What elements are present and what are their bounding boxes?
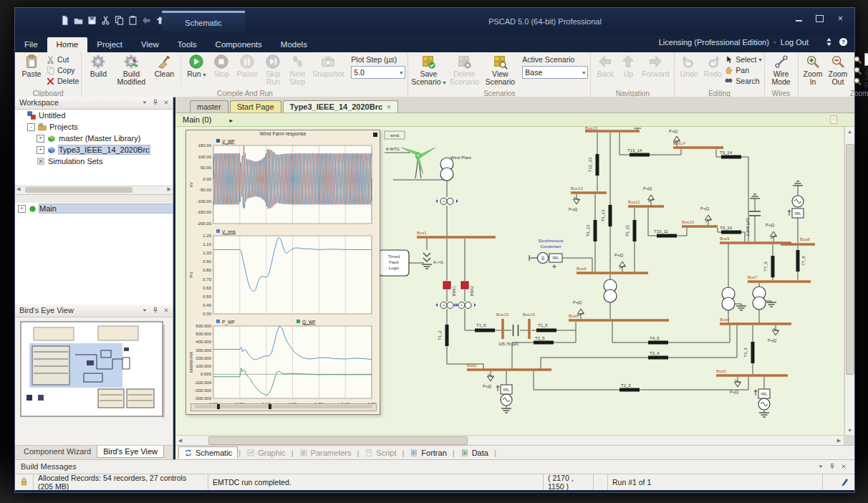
tree-hscroll-thumb[interactable] [25, 187, 132, 193]
tree-item-label[interactable]: Simulation Sets [48, 157, 102, 166]
zoom-out-button[interactable]: ZoomOut [825, 53, 850, 86]
tree-item-label[interactable]: master (Master Library) [59, 134, 140, 143]
new-button[interactable] [59, 15, 70, 29]
synchronous-condenser[interactable]: S RRL [529, 253, 562, 269]
cut-qat-button[interactable] [100, 15, 111, 29]
scroll-right-icon[interactable]: ▶ [834, 436, 844, 445]
fault-element[interactable] [423, 253, 430, 262]
transformer[interactable] [604, 279, 617, 302]
scroll-right-icon[interactable]: ▶ [168, 186, 171, 192]
build-messages-buttons[interactable] [817, 463, 847, 471]
view-tab-schematic[interactable]: Schematic [178, 446, 238, 459]
workspace-panel-buttons[interactable] [141, 99, 170, 107]
bus-Bus16[interactable]: Bus16 [523, 312, 536, 339]
menu-tab-file[interactable]: File [15, 37, 47, 52]
sheet-icon[interactable] [829, 115, 839, 126]
panel-pin-button[interactable] [829, 463, 836, 471]
load-pjq[interactable]: P+jQ [569, 194, 580, 211]
line-element-T6_12[interactable]: T6_12 [586, 220, 597, 241]
cut-button[interactable]: Cut [46, 54, 79, 64]
line-element-T2_4[interactable]: T2_4 [648, 351, 668, 360]
menu-tab-tools[interactable]: Tools [168, 37, 206, 52]
bus-Bus14[interactable]: Bus14 [673, 141, 723, 148]
tab-close-icon[interactable]: × [387, 103, 391, 111]
line-element-T6_11[interactable]: T6_11 [625, 220, 637, 241]
shunt-capacitor[interactable]: 2.848 [µF] [746, 211, 761, 236]
breadcrumb[interactable]: Main (0) ▸ [175, 112, 854, 127]
plot-v_wf[interactable]: 150.00100.0050.000.00-50.00-100.00-150.0… [187, 138, 379, 226]
load-pjq[interactable]: P+jQ [730, 377, 741, 394]
zoom-in-button[interactable]: ZoomIn [801, 53, 826, 86]
tree-item-label[interactable]: Main [39, 204, 173, 213]
breadcrumb-caret-icon[interactable]: ▸ [229, 117, 233, 124]
maximize-button[interactable] [810, 11, 829, 25]
view-tab-fortran[interactable]: FFortran [405, 447, 451, 459]
workspace-tree[interactable]: Untitled-Projects+master (Master Library… [15, 110, 173, 195]
transformer[interactable] [722, 287, 735, 310]
breaker-BRK1[interactable]: BRK1 [443, 282, 456, 296]
dock-tab-bird-s-eye-view[interactable]: Bird's Eye View [97, 446, 164, 458]
menu-tab-components[interactable]: Components [206, 37, 271, 52]
menu-tab-models[interactable]: Models [271, 37, 317, 52]
line-element-T9_14[interactable]: T9_14 [720, 150, 741, 159]
panel-menu-button[interactable] [817, 463, 824, 471]
secondary-tree[interactable]: +Main [15, 203, 173, 305]
tree-item-master-master-library-[interactable]: +master (Master Library) [15, 133, 173, 144]
logout-link[interactable]: Log Out [781, 38, 809, 47]
line-element-T1_2[interactable]: T1_2 [438, 325, 449, 346]
breadcrumb-label[interactable]: Main (0) [183, 115, 211, 124]
load-pjq[interactable]: P+jQ [614, 253, 626, 272]
tree-item-simulation-sets[interactable]: Simulation Sets [15, 155, 173, 167]
wind-turbine[interactable] [401, 148, 435, 178]
tree-expander-icon[interactable]: - [27, 123, 35, 131]
view-scenario-button[interactable]: ViewScenario [482, 53, 518, 86]
transformer[interactable] [440, 158, 453, 181]
panel-menu-button[interactable] [141, 307, 148, 315]
scroll-left-icon[interactable]: ◀ [16, 186, 20, 192]
panel-pin-button[interactable] [152, 307, 159, 315]
generator[interactable]: RRL [496, 385, 512, 413]
context-tab-schematic[interactable]: Schematic [162, 11, 245, 35]
synchronous-machine[interactable]: RRL [788, 196, 804, 218]
horizontal-scrollbar[interactable]: ◀ ▶ [175, 435, 844, 445]
tree-item-main[interactable]: +Main [15, 203, 173, 214]
line-element-T6_13[interactable]: T6_13 [601, 205, 612, 226]
line-element-T2_3[interactable]: T2_3 [619, 383, 640, 392]
menu-tab-project[interactable]: Project [87, 37, 132, 52]
title-bar[interactable]: Schematic PSCAD 5.0 (64-bit) Professiona… [15, 8, 854, 35]
bus-Bus3[interactable]: Bus3 [716, 369, 788, 375]
bus-Bus11[interactable]: Bus11 [628, 200, 664, 206]
minimize-button[interactable] [789, 11, 809, 25]
search-button[interactable]: Search [724, 76, 761, 86]
pan-button[interactable]: Pan [724, 65, 761, 75]
tree-item-label[interactable]: Projects [49, 123, 78, 131]
load-pjq[interactable]: P+jQ [643, 186, 655, 205]
chart-v_rms[interactable]: 1.201.101.000.900.800.700.600.500.400.30… [187, 228, 379, 320]
scroll-left-icon[interactable]: ◀ [175, 436, 185, 445]
delete-button[interactable]: Delete [46, 76, 79, 86]
titlebar-utility-icons[interactable]: ? [824, 37, 849, 50]
line-element-T13_14[interactable]: T13_14 [627, 148, 650, 157]
open-button[interactable] [73, 15, 84, 29]
load-pjq[interactable]: P+jQ [700, 206, 712, 225]
tree-item-projects[interactable]: -Projects [15, 121, 173, 133]
select-button[interactable]: Select▾ [724, 54, 761, 64]
chart-v_wf[interactable]: 150.00100.0050.000.00-50.00-100.00-150.0… [187, 138, 379, 229]
build-modified-button[interactable]: BuildModified [112, 53, 150, 86]
plot-aperture-slider[interactable] [191, 403, 377, 411]
panel-menu-button[interactable] [141, 99, 148, 107]
line-element-T3_4[interactable]: T3_4 [743, 342, 755, 363]
back-qat-button[interactable] [141, 15, 152, 29]
timed-fault-logic[interactable]: TimedFaultLogic [379, 250, 409, 276]
line-element-T4_5[interactable]: T4_5 [648, 336, 668, 345]
wire-mode-button[interactable]: WireMode [767, 53, 796, 86]
generator[interactable]: RRL [754, 389, 770, 417]
active-scenario-combo[interactable]: Base▾ [522, 66, 588, 79]
line-element-T2_5[interactable]: T2_5 [534, 336, 554, 345]
close-button[interactable]: × [831, 11, 850, 25]
tree-item-label[interactable]: Untitled [39, 111, 65, 120]
tree-expander-icon[interactable]: + [18, 205, 26, 213]
menu-tab-view[interactable]: View [132, 37, 168, 52]
minimap-preview[interactable] [15, 317, 173, 445]
plot-frame[interactable]: Wind Farm response 150.00100.0050.000.00… [185, 130, 380, 415]
